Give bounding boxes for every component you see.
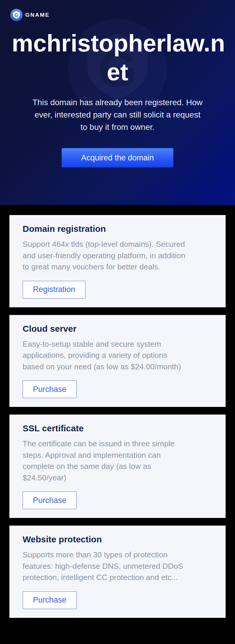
bottom-spacer	[0, 618, 235, 643]
domain-title: mchristopherlaw.n et	[12, 29, 223, 86]
card-description: Support 464x tlds (top-level domains). S…	[23, 239, 213, 273]
brand-link[interactable]: G GNAME	[0, 0, 50, 21]
acquire-domain-button[interactable]: Acquired the domain	[62, 148, 173, 167]
services-section: Domain registration Support 464x tlds (t…	[0, 205, 235, 618]
hero-section: G G GNAME mchristopherlaw.n et This doma…	[0, 0, 235, 205]
card-description: The certificate can be issued in three s…	[23, 438, 213, 483]
card-title: SSL certificate	[23, 423, 213, 433]
hero-description: This domain has already been registered.…	[9, 96, 226, 133]
gname-logo-icon: G	[10, 9, 23, 21]
purchase-protection-button[interactable]: Purchase	[23, 591, 77, 609]
purchase-ssl-button[interactable]: Purchase	[23, 492, 77, 509]
card-title: Website protection	[23, 534, 213, 544]
service-card-ssl-certificate: SSL certificate The certificate can be i…	[9, 415, 226, 518]
card-title: Domain registration	[23, 224, 213, 234]
brand-name: GNAME	[25, 12, 50, 18]
svg-text:G: G	[14, 12, 18, 18]
purchase-cloud-server-button[interactable]: Purchase	[23, 380, 77, 398]
service-card-cloud-server: Cloud server Easy-to-setup stable and se…	[9, 315, 226, 407]
service-card-domain-registration: Domain registration Support 464x tlds (t…	[9, 215, 226, 307]
registration-button[interactable]: Registration	[23, 281, 85, 298]
card-description: Supports more than 30 types of protectio…	[23, 549, 213, 583]
card-title: Cloud server	[23, 324, 213, 334]
card-description: Easy-to-setup stable and secure system a…	[23, 338, 213, 373]
service-card-website-protection: Website protection Supports more than 30…	[9, 526, 226, 618]
